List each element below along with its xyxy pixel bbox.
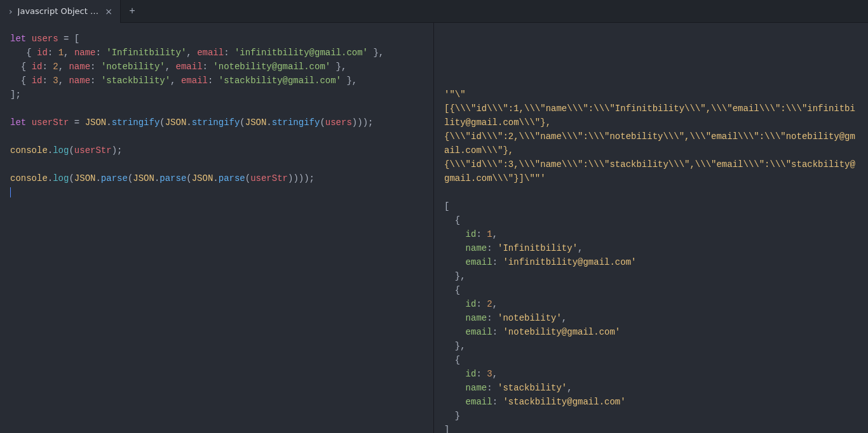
editor-pane[interactable]: let users = [ { id: 1, name: 'Infinitbil… xyxy=(0,23,434,433)
tab-title: Javascript Object - arra... xyxy=(18,6,99,16)
var-users: users xyxy=(32,34,58,44)
output-string-line: {\\\"id\\\":3,\\\"name\\\":\\\"stackbili… xyxy=(444,159,855,183)
output-array-open: [ xyxy=(444,201,449,211)
split-panes: let users = [ { id: 1, name: 'Infinitbil… xyxy=(0,23,868,433)
chevron-right-icon: › xyxy=(9,6,13,17)
output-string-line: {\\\"id\\\":2,\\\"name\\\":\\\"notebilit… xyxy=(444,131,855,156)
output-string-line: [{\\\"id\\\":1,\\\"name\\\":\\\"Infinitb… xyxy=(444,103,855,128)
output-pane[interactable]: '"\" [{\\\"id\\\":1,\\\"name\\\":\\\"Inf… xyxy=(434,23,868,433)
output-string-line: '"\" xyxy=(444,90,466,100)
new-tab-button[interactable]: + xyxy=(121,0,144,23)
output-array-close: ] xyxy=(444,425,449,433)
keyword-let: let xyxy=(10,34,26,44)
text-cursor xyxy=(10,187,11,197)
tab-bar: › Javascript Object - arra... × + xyxy=(0,0,868,23)
var-userStr: userStr xyxy=(32,117,69,128)
tab-active[interactable]: › Javascript Object - arra... × xyxy=(0,0,121,23)
close-icon[interactable]: × xyxy=(104,6,114,17)
